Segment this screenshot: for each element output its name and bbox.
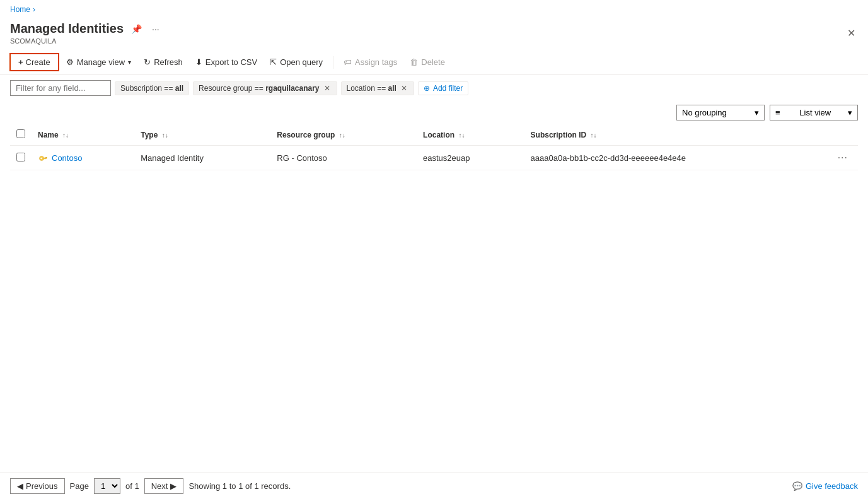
- refresh-icon: ↻: [144, 57, 151, 67]
- manage-view-icon: ⚙: [66, 57, 74, 67]
- manage-view-label: Manage view: [77, 57, 125, 67]
- resource-group-filter-remove[interactable]: ✕: [323, 84, 332, 93]
- row-location: eastus2euap: [423, 153, 470, 163]
- previous-button[interactable]: ◀ Previous: [10, 478, 65, 494]
- row-name-cell: Contoso: [32, 146, 134, 170]
- previous-label: Previous: [26, 481, 58, 491]
- create-button[interactable]: + Create: [10, 54, 59, 71]
- col-subscription-id[interactable]: Subscription ID ↑↓: [524, 124, 828, 146]
- location-filter-remove[interactable]: ✕: [400, 84, 408, 93]
- header-actions: ✕: [845, 25, 858, 42]
- table-header: Name ↑↓ Type ↑↓ Resource group ↑↓ Locati…: [10, 124, 858, 146]
- location-filter-tag: Location == all ✕: [341, 81, 414, 95]
- table-row: Contoso Managed Identity RG - Contoso ea…: [10, 146, 858, 170]
- export-csv-label: Export to CSV: [205, 57, 257, 67]
- row-type: Managed Identity: [141, 153, 204, 163]
- select-all-header[interactable]: [10, 124, 32, 146]
- add-filter-button[interactable]: ⊕ Add filter: [418, 81, 468, 95]
- breadcrumb: Home ›: [0, 0, 868, 19]
- page-header-left: Managed Identities 📌 ··· SCOMAQUILA: [10, 21, 162, 45]
- page-header: Managed Identities 📌 ··· SCOMAQUILA ✕: [0, 19, 868, 50]
- refresh-label: Refresh: [154, 57, 183, 67]
- chevron-down-icon: ▾: [128, 59, 131, 66]
- subscription-filter-value: all: [175, 84, 183, 93]
- resource-group-filter-label: Resource group == rgaquilacanary: [199, 84, 319, 93]
- assign-tags-button[interactable]: 🏷 Assign tags: [339, 54, 402, 70]
- delete-label: Delete: [421, 57, 445, 67]
- view-dropdown[interactable]: ≡ List view ▾: [770, 105, 858, 120]
- table-container: Name ↑↓ Type ↑↓ Resource group ↑↓ Locati…: [0, 124, 868, 170]
- type-sort-icon: ↑↓: [162, 132, 168, 139]
- refresh-button[interactable]: ↻ Refresh: [139, 54, 188, 70]
- pagination: ◀ Previous Page 1 of 1 Next ▶ Showing 1 …: [0, 473, 868, 499]
- add-filter-label: Add filter: [433, 84, 463, 93]
- row-subscription-id-cell: aaaa0a0a-bb1b-cc2c-dd3d-eeeeee4e4e4e: [524, 146, 828, 170]
- manage-view-button[interactable]: ⚙ Manage view ▾: [61, 54, 137, 70]
- filter-bar: Subscription == all Resource group == rg…: [0, 75, 868, 101]
- location-sort-icon: ↑↓: [458, 132, 465, 139]
- give-feedback-button[interactable]: 💬 Give feedback: [792, 481, 858, 491]
- close-button[interactable]: ✕: [845, 25, 858, 42]
- assign-tags-label: Assign tags: [355, 57, 397, 67]
- resources-table: Name ↑↓ Type ↑↓ Resource group ↑↓ Locati…: [10, 124, 858, 170]
- svg-point-4: [40, 158, 42, 159]
- table-header-row: Name ↑↓ Type ↑↓ Resource group ↑↓ Locati…: [10, 124, 858, 146]
- row-checkbox[interactable]: [16, 153, 25, 161]
- name-sort-icon: ↑↓: [62, 132, 69, 139]
- row-checkbox-cell[interactable]: [10, 146, 32, 170]
- row-resource-group: RG - Contoso: [277, 153, 327, 163]
- grouping-label: No grouping: [682, 108, 727, 117]
- next-button[interactable]: Next ▶: [144, 478, 184, 494]
- resource-group-filter-value: rgaquilacanary: [265, 84, 319, 93]
- col-type[interactable]: Type ↑↓: [134, 124, 270, 146]
- toolbar-separator: [333, 56, 333, 69]
- col-resource-group[interactable]: Resource group ↑↓: [270, 124, 417, 146]
- view-label: List view: [799, 108, 831, 117]
- breadcrumb-home[interactable]: Home: [10, 5, 30, 14]
- grouping-dropdown[interactable]: No grouping ▾: [676, 105, 765, 120]
- resource-name-link[interactable]: Contoso: [52, 153, 82, 163]
- managed-identity-icon: [38, 153, 48, 163]
- create-label: Create: [26, 57, 50, 67]
- open-query-button[interactable]: ⇱ Open query: [265, 54, 328, 70]
- select-all-checkbox[interactable]: [16, 129, 25, 138]
- grouping-chevron-icon: ▾: [755, 108, 759, 117]
- filter-input[interactable]: [10, 80, 111, 96]
- feedback-icon: 💬: [792, 481, 802, 491]
- name-cell: Contoso: [38, 153, 128, 163]
- next-label: Next: [151, 481, 168, 491]
- col-name-label: Name: [38, 131, 59, 139]
- col-location-label: Location: [423, 131, 454, 139]
- list-view-icon: ≡: [775, 108, 780, 117]
- resource-group-sort-icon: ↑↓: [339, 132, 345, 139]
- page-title-row: Managed Identities 📌 ···: [10, 21, 162, 36]
- row-location-cell: eastus2euap: [417, 146, 524, 170]
- page-label: Page: [70, 481, 89, 491]
- page-select[interactable]: 1: [94, 478, 120, 494]
- delete-button[interactable]: 🗑 Delete: [405, 54, 450, 70]
- table-body: Contoso Managed Identity RG - Contoso ea…: [10, 146, 858, 170]
- more-options-button[interactable]: ···: [149, 23, 162, 35]
- page-subtitle: SCOMAQUILA: [10, 37, 162, 45]
- row-more-button[interactable]: ···: [834, 151, 852, 165]
- open-query-label: Open query: [280, 57, 323, 67]
- pin-button[interactable]: 📌: [129, 23, 144, 35]
- row-more-cell: ···: [828, 146, 858, 170]
- previous-icon: ◀: [17, 481, 23, 491]
- next-icon: ▶: [170, 481, 176, 491]
- feedback-label: Give feedback: [806, 481, 858, 491]
- page-title: Managed Identities: [10, 21, 124, 36]
- breadcrumb-separator: ›: [33, 5, 35, 14]
- tag-icon: 🏷: [344, 57, 352, 67]
- row-resource-group-cell: RG - Contoso: [270, 146, 417, 170]
- export-csv-button[interactable]: ⬇ Export to CSV: [190, 54, 262, 70]
- col-name[interactable]: Name ↑↓: [32, 124, 134, 146]
- col-location[interactable]: Location ↑↓: [417, 124, 524, 146]
- add-filter-icon: ⊕: [424, 84, 430, 93]
- view-chevron-icon: ▾: [848, 108, 852, 117]
- query-icon: ⇱: [270, 57, 277, 67]
- svg-rect-2: [45, 158, 46, 159]
- col-subscription-id-label: Subscription ID: [531, 131, 587, 139]
- page-of-label: of 1: [125, 481, 139, 491]
- subscription-filter-tag: Subscription == all: [115, 81, 189, 95]
